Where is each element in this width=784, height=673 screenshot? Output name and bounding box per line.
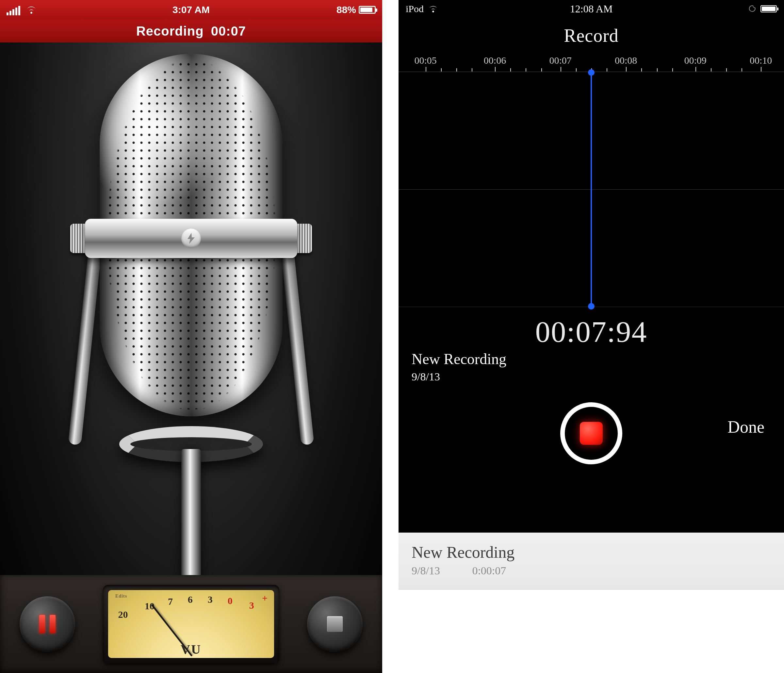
- lightning-icon: [181, 228, 201, 248]
- current-recording-meta: New Recording 9/8/13: [398, 347, 784, 386]
- recording-header: Recording 00:07: [0, 20, 382, 42]
- record-stop-button[interactable]: [560, 402, 622, 464]
- timeline-tick-label: 00:05: [414, 56, 436, 65]
- recording-label: Recording: [136, 24, 204, 39]
- list-item[interactable]: New Recording 9/8/13 0:00:07: [398, 533, 784, 590]
- current-recording-date: 9/8/13: [412, 368, 771, 385]
- timeline-tick-label: 00:08: [615, 56, 637, 65]
- stop-icon: [580, 422, 603, 445]
- wifi-icon: [26, 6, 37, 14]
- list-item-duration: 0:00:07: [472, 564, 506, 577]
- recordings-list: New Recording 9/8/13 0:00:07: [398, 533, 784, 673]
- status-time: 12:08 AM: [570, 3, 613, 14]
- ios6-voice-memos-screen: 3:07 AM 88% Recording 00:07: [0, 0, 382, 673]
- vu-label: VU: [180, 643, 202, 656]
- battery-percent: 88%: [336, 4, 356, 16]
- device-label: iPod: [406, 4, 424, 14]
- stop-icon: [327, 616, 343, 632]
- playhead-indicator[interactable]: [591, 72, 592, 307]
- signal-bars-icon: [6, 4, 21, 16]
- microphone-graphic: [77, 54, 305, 577]
- list-item-date: 9/8/13: [412, 564, 440, 577]
- do-not-disturb-icon: [748, 5, 756, 13]
- status-bar: iPod 12:08 AM: [398, 0, 784, 18]
- ios7-voice-memos-screen: iPod 12:08 AM Record 00:05 00:06 00:07 0…: [398, 0, 784, 673]
- timeline-tick-label: 00:06: [484, 56, 506, 65]
- battery-icon: [761, 5, 777, 12]
- wifi-icon: [428, 5, 438, 13]
- list-item-name: New Recording: [412, 542, 771, 562]
- page-title: Record: [398, 18, 784, 54]
- elapsed-time: 00:07:94: [398, 317, 784, 347]
- timeline-tick-label: 00:10: [750, 56, 772, 65]
- current-recording-name: New Recording: [412, 350, 771, 368]
- stop-button[interactable]: [307, 596, 362, 652]
- done-button[interactable]: Done: [728, 419, 764, 435]
- timeline-tick-label: 00:07: [549, 56, 571, 65]
- status-time: 3:07 AM: [173, 4, 210, 16]
- battery-icon: [359, 6, 376, 14]
- pause-button[interactable]: [20, 596, 75, 652]
- waveform-area[interactable]: [398, 72, 784, 307]
- timeline-tick-label: 00:09: [684, 56, 706, 65]
- status-bar: 3:07 AM 88%: [0, 0, 382, 20]
- bottom-control-panel: Edits + 20 10 7 6 3 0 3 VU: [0, 575, 382, 673]
- record-controls: Done: [398, 399, 784, 484]
- vu-meter: Edits + 20 10 7 6 3 0 3 VU: [103, 585, 279, 663]
- pause-icon: [39, 615, 56, 633]
- recording-elapsed: 00:07: [211, 24, 246, 39]
